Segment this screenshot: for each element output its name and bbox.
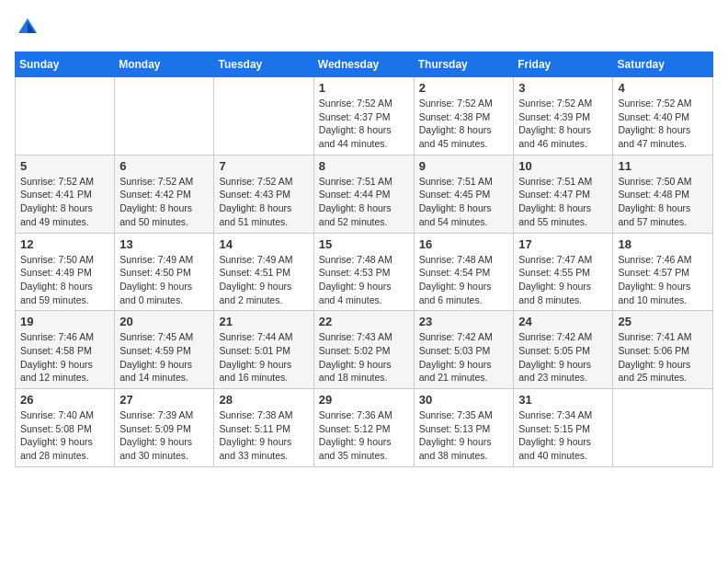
day-number: 11 [618, 159, 708, 173]
calendar-cell: 10Sunrise: 7:51 AM Sunset: 4:47 PM Dayli… [514, 155, 613, 233]
day-info: Sunrise: 7:44 AM Sunset: 5:01 PM Dayligh… [219, 330, 308, 385]
calendar-cell: 2Sunrise: 7:52 AM Sunset: 4:38 PM Daylig… [414, 77, 514, 155]
day-number: 10 [518, 159, 608, 173]
calendar-cell: 29Sunrise: 7:36 AM Sunset: 5:12 PM Dayli… [313, 389, 414, 467]
day-number: 13 [119, 237, 209, 251]
day-number: 24 [518, 315, 608, 328]
day-info: Sunrise: 7:40 AM Sunset: 5:08 PM Dayligh… [20, 408, 109, 463]
calendar-body: 1Sunrise: 7:52 AM Sunset: 4:37 PM Daylig… [16, 77, 713, 467]
day-info: Sunrise: 7:49 AM Sunset: 4:50 PM Dayligh… [119, 253, 209, 307]
day-info: Sunrise: 7:35 AM Sunset: 5:13 PM Dayligh… [419, 408, 509, 463]
calendar-cell [16, 77, 115, 155]
day-number: 4 [618, 81, 708, 95]
calendar-cell: 17Sunrise: 7:47 AM Sunset: 4:55 PM Dayli… [514, 233, 613, 311]
calendar-header: SundayMondayTuesdayWednesdayThursdayFrid… [16, 52, 713, 77]
day-info: Sunrise: 7:49 AM Sunset: 4:51 PM Dayligh… [219, 253, 308, 307]
weekday-header: Friday [514, 52, 613, 77]
day-info: Sunrise: 7:46 AM Sunset: 4:58 PM Dayligh… [20, 330, 109, 385]
calendar-cell: 15Sunrise: 7:48 AM Sunset: 4:53 PM Dayli… [313, 233, 414, 311]
calendar-week-row: 5Sunrise: 7:52 AM Sunset: 4:41 PM Daylig… [16, 155, 713, 233]
calendar-week-row: 1Sunrise: 7:52 AM Sunset: 4:37 PM Daylig… [16, 77, 713, 155]
day-info: Sunrise: 7:50 AM Sunset: 4:49 PM Dayligh… [20, 253, 109, 307]
day-info: Sunrise: 7:52 AM Sunset: 4:38 PM Dayligh… [419, 97, 509, 151]
calendar-cell: 14Sunrise: 7:49 AM Sunset: 4:51 PM Dayli… [214, 233, 313, 311]
day-info: Sunrise: 7:42 AM Sunset: 5:03 PM Dayligh… [419, 330, 509, 385]
calendar-cell [115, 77, 214, 155]
day-number: 8 [319, 159, 409, 173]
calendar-cell: 20Sunrise: 7:45 AM Sunset: 4:59 PM Dayli… [115, 311, 214, 389]
day-info: Sunrise: 7:39 AM Sunset: 5:09 PM Dayligh… [119, 408, 209, 463]
day-info: Sunrise: 7:43 AM Sunset: 5:02 PM Dayligh… [319, 330, 409, 385]
day-number: 18 [618, 237, 708, 251]
calendar-week-row: 19Sunrise: 7:46 AM Sunset: 4:58 PM Dayli… [16, 311, 713, 389]
day-info: Sunrise: 7:48 AM Sunset: 4:53 PM Dayligh… [319, 253, 409, 307]
calendar-cell: 8Sunrise: 7:51 AM Sunset: 4:44 PM Daylig… [313, 155, 414, 233]
day-number: 19 [20, 315, 109, 328]
calendar-cell: 30Sunrise: 7:35 AM Sunset: 5:13 PM Dayli… [414, 389, 514, 467]
day-number: 6 [119, 159, 209, 173]
weekday-header: Sunday [16, 52, 115, 77]
day-info: Sunrise: 7:52 AM Sunset: 4:42 PM Dayligh… [119, 175, 209, 229]
calendar-cell: 26Sunrise: 7:40 AM Sunset: 5:08 PM Dayli… [16, 389, 115, 467]
day-number: 16 [419, 237, 509, 251]
day-number: 3 [518, 81, 608, 95]
calendar-cell: 18Sunrise: 7:46 AM Sunset: 4:57 PM Dayli… [613, 233, 713, 311]
weekday-header: Thursday [414, 52, 514, 77]
calendar-table: SundayMondayTuesdayWednesdayThursdayFrid… [15, 52, 713, 467]
calendar-cell: 16Sunrise: 7:48 AM Sunset: 4:54 PM Dayli… [414, 233, 514, 311]
day-info: Sunrise: 7:47 AM Sunset: 4:55 PM Dayligh… [518, 253, 608, 307]
calendar-cell: 3Sunrise: 7:52 AM Sunset: 4:39 PM Daylig… [514, 77, 613, 155]
day-number: 7 [219, 159, 308, 173]
weekday-header: Saturday [613, 52, 713, 77]
day-info: Sunrise: 7:52 AM Sunset: 4:41 PM Dayligh… [20, 175, 109, 229]
calendar-cell: 22Sunrise: 7:43 AM Sunset: 5:02 PM Dayli… [313, 311, 414, 389]
calendar-week-row: 26Sunrise: 7:40 AM Sunset: 5:08 PM Dayli… [16, 389, 713, 467]
calendar-cell: 25Sunrise: 7:41 AM Sunset: 5:06 PM Dayli… [613, 311, 713, 389]
day-number: 2 [419, 81, 509, 95]
day-number: 1 [319, 81, 409, 95]
day-number: 25 [618, 315, 708, 328]
calendar-week-row: 12Sunrise: 7:50 AM Sunset: 4:49 PM Dayli… [16, 233, 713, 311]
calendar-cell: 4Sunrise: 7:52 AM Sunset: 4:40 PM Daylig… [613, 77, 713, 155]
day-number: 12 [20, 237, 109, 251]
day-number: 23 [419, 315, 509, 328]
calendar-cell: 28Sunrise: 7:38 AM Sunset: 5:11 PM Dayli… [214, 389, 313, 467]
day-number: 9 [419, 159, 509, 173]
calendar-cell: 19Sunrise: 7:46 AM Sunset: 4:58 PM Dayli… [16, 311, 115, 389]
day-info: Sunrise: 7:51 AM Sunset: 4:44 PM Dayligh… [319, 175, 409, 229]
day-info: Sunrise: 7:34 AM Sunset: 5:15 PM Dayligh… [518, 408, 608, 463]
day-number: 28 [219, 393, 308, 407]
day-number: 27 [119, 393, 209, 407]
day-info: Sunrise: 7:46 AM Sunset: 4:57 PM Dayligh… [618, 253, 708, 307]
day-number: 31 [518, 393, 608, 407]
day-info: Sunrise: 7:52 AM Sunset: 4:39 PM Dayligh… [518, 97, 608, 151]
day-info: Sunrise: 7:52 AM Sunset: 4:37 PM Dayligh… [319, 97, 409, 151]
day-info: Sunrise: 7:36 AM Sunset: 5:12 PM Dayligh… [319, 408, 409, 463]
day-info: Sunrise: 7:50 AM Sunset: 4:48 PM Dayligh… [618, 175, 708, 229]
calendar-cell: 24Sunrise: 7:42 AM Sunset: 5:05 PM Dayli… [514, 311, 613, 389]
day-info: Sunrise: 7:42 AM Sunset: 5:05 PM Dayligh… [518, 330, 608, 385]
weekday-header: Monday [115, 52, 214, 77]
calendar-cell: 5Sunrise: 7:52 AM Sunset: 4:41 PM Daylig… [16, 155, 115, 233]
calendar-cell: 13Sunrise: 7:49 AM Sunset: 4:50 PM Dayli… [115, 233, 214, 311]
day-number: 5 [20, 159, 109, 173]
weekday-header-row: SundayMondayTuesdayWednesdayThursdayFrid… [16, 52, 713, 77]
day-number: 15 [319, 237, 409, 251]
calendar-cell: 31Sunrise: 7:34 AM Sunset: 5:15 PM Dayli… [514, 389, 613, 467]
weekday-header: Wednesday [313, 52, 414, 77]
calendar-cell: 27Sunrise: 7:39 AM Sunset: 5:09 PM Dayli… [115, 389, 214, 467]
calendar-cell: 1Sunrise: 7:52 AM Sunset: 4:37 PM Daylig… [313, 77, 414, 155]
day-number: 30 [419, 393, 509, 407]
day-number: 26 [20, 393, 109, 407]
day-number: 22 [319, 315, 409, 328]
calendar-cell: 7Sunrise: 7:52 AM Sunset: 4:43 PM Daylig… [214, 155, 313, 233]
calendar-cell: 12Sunrise: 7:50 AM Sunset: 4:49 PM Dayli… [16, 233, 115, 311]
day-number: 17 [518, 237, 608, 251]
day-number: 29 [319, 393, 409, 407]
calendar-cell: 6Sunrise: 7:52 AM Sunset: 4:42 PM Daylig… [115, 155, 214, 233]
day-info: Sunrise: 7:51 AM Sunset: 4:47 PM Dayligh… [518, 175, 608, 229]
calendar-cell: 21Sunrise: 7:44 AM Sunset: 5:01 PM Dayli… [214, 311, 313, 389]
day-info: Sunrise: 7:41 AM Sunset: 5:06 PM Dayligh… [618, 330, 708, 385]
day-info: Sunrise: 7:38 AM Sunset: 5:11 PM Dayligh… [219, 408, 308, 463]
calendar-cell: 11Sunrise: 7:50 AM Sunset: 4:48 PM Dayli… [613, 155, 713, 233]
